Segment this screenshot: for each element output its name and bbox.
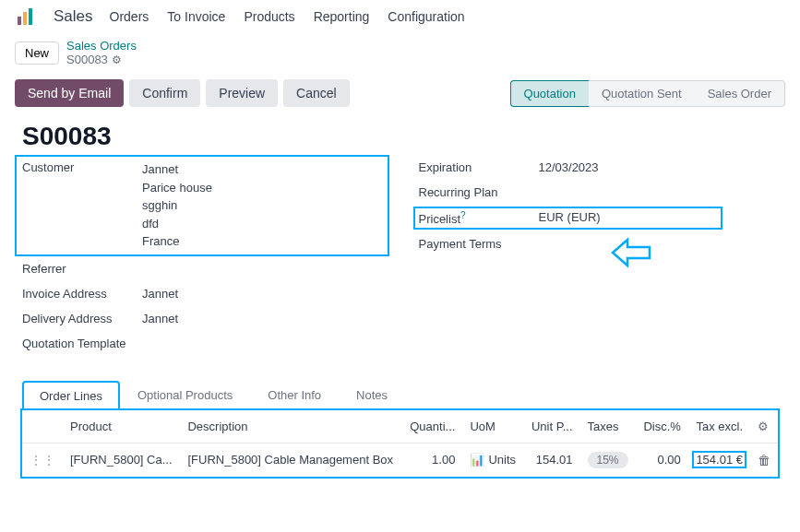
tabs: Order Lines Optional Products Other Info… xyxy=(22,380,778,410)
menu-orders[interactable]: Orders xyxy=(110,9,149,24)
drag-handle-icon[interactable]: ⋮⋮ xyxy=(30,453,55,467)
referrer-field: Referrer xyxy=(22,262,382,276)
cell-description[interactable]: [FURN_5800] Cable Management Box xyxy=(180,443,401,477)
menu-products[interactable]: Products xyxy=(244,9,294,24)
table-settings-icon[interactable]: ⚙ xyxy=(750,410,778,443)
tab-other-info[interactable]: Other Info xyxy=(250,380,339,409)
send-by-email-button[interactable]: Send by Email xyxy=(15,79,124,107)
tab-optional-products[interactable]: Optional Products xyxy=(120,380,250,409)
app-title[interactable]: Sales xyxy=(54,7,93,26)
tab-order-lines[interactable]: Order Lines xyxy=(22,381,120,410)
table-row[interactable]: ⋮⋮ [FURN_5800] Ca... [FURN_5800] Cable M… xyxy=(22,443,778,477)
delivery-address-label: Delivery Address xyxy=(22,312,142,325)
invoice-address-value[interactable]: Jannet xyxy=(142,287,382,301)
arrow-annotation-icon xyxy=(609,234,653,274)
cell-unit-price[interactable]: 154.01 xyxy=(524,443,580,477)
record-title: S00083 xyxy=(22,122,778,151)
recurring-plan-label: Recurring Plan xyxy=(419,185,539,199)
status-quotation[interactable]: Quotation xyxy=(510,80,589,107)
expiration-field: Expiration 12/03/2023 xyxy=(419,160,779,174)
quotation-template-field: Quotation Template xyxy=(22,337,382,350)
breadcrumb-current: S00083 ⚙ xyxy=(66,53,137,66)
customer-field: Customer Jannet Parice house sgghin dfd … xyxy=(22,160,382,251)
recurring-plan-field: Recurring Plan xyxy=(419,185,779,199)
cell-product[interactable]: [FURN_5800] Ca... xyxy=(63,443,180,477)
delivery-address-value[interactable]: Jannet xyxy=(142,312,382,325)
cancel-button[interactable]: Cancel xyxy=(283,79,350,107)
svg-rect-2 xyxy=(29,8,32,25)
payment-terms-label: Payment Terms xyxy=(419,237,539,251)
help-icon[interactable]: ? xyxy=(460,210,466,220)
cell-uom[interactable]: 📊Units xyxy=(462,443,523,477)
status-sales-order[interactable]: Sales Order xyxy=(695,80,785,107)
tab-notes[interactable]: Notes xyxy=(339,380,405,409)
app-logo[interactable] xyxy=(15,6,37,28)
expiration-value[interactable]: 12/03/2023 xyxy=(539,160,779,174)
cell-discount[interactable]: 0.00 xyxy=(636,443,688,477)
invoice-address-label: Invoice Address xyxy=(22,287,142,301)
th-discount[interactable]: Disc.% xyxy=(636,410,688,443)
menu-to-invoice[interactable]: To Invoice xyxy=(167,9,225,24)
trash-icon[interactable]: 🗑 xyxy=(758,453,770,467)
breadcrumb: Sales Orders S00083 ⚙ xyxy=(66,39,137,66)
pricelist-label: Pricelist? xyxy=(419,210,539,226)
chart-icon: 📊 xyxy=(470,453,484,467)
status-quotation-sent[interactable]: Quotation Sent xyxy=(589,80,695,107)
svg-rect-0 xyxy=(18,17,21,25)
th-tax-excl[interactable]: Tax excl. xyxy=(688,410,750,443)
order-lines-table: Product Description Quanti... UoM Unit P… xyxy=(22,410,778,477)
th-product[interactable]: Product xyxy=(63,410,180,443)
new-button[interactable]: New xyxy=(15,41,59,65)
breadcrumb-parent[interactable]: Sales Orders xyxy=(66,39,137,53)
menu-reporting[interactable]: Reporting xyxy=(314,9,370,24)
th-quantity[interactable]: Quanti... xyxy=(402,410,463,443)
customer-value[interactable]: Jannet Parice house sgghin dfd France xyxy=(142,160,382,251)
pricelist-field: Pricelist? EUR (EUR) xyxy=(419,210,779,226)
cell-tax-excl[interactable]: 154.01 € xyxy=(688,443,750,477)
status-bar: Quotation Quotation Sent Sales Order xyxy=(510,80,785,107)
th-taxes[interactable]: Taxes xyxy=(580,410,636,443)
expiration-label: Expiration xyxy=(419,160,539,174)
quotation-template-label: Quotation Template xyxy=(22,337,142,350)
cell-quantity[interactable]: 1.00 xyxy=(402,443,463,477)
th-unit-price[interactable]: Unit P... xyxy=(524,410,580,443)
pricelist-value[interactable]: EUR (EUR) xyxy=(539,210,779,224)
th-description[interactable]: Description xyxy=(180,410,401,443)
confirm-button[interactable]: Confirm xyxy=(129,79,200,107)
menu-configuration[interactable]: Configuration xyxy=(388,9,464,24)
cell-taxes[interactable]: 15% xyxy=(580,443,636,477)
customer-label: Customer xyxy=(22,160,142,174)
svg-rect-1 xyxy=(23,12,27,25)
gear-icon[interactable]: ⚙ xyxy=(112,53,122,66)
invoice-address-field: Invoice Address Jannet xyxy=(22,287,382,301)
th-uom[interactable]: UoM xyxy=(462,410,523,443)
preview-button[interactable]: Preview xyxy=(206,79,278,107)
payment-terms-field: Payment Terms xyxy=(419,237,779,251)
referrer-label: Referrer xyxy=(22,262,142,276)
delivery-address-field: Delivery Address Jannet xyxy=(22,312,382,325)
